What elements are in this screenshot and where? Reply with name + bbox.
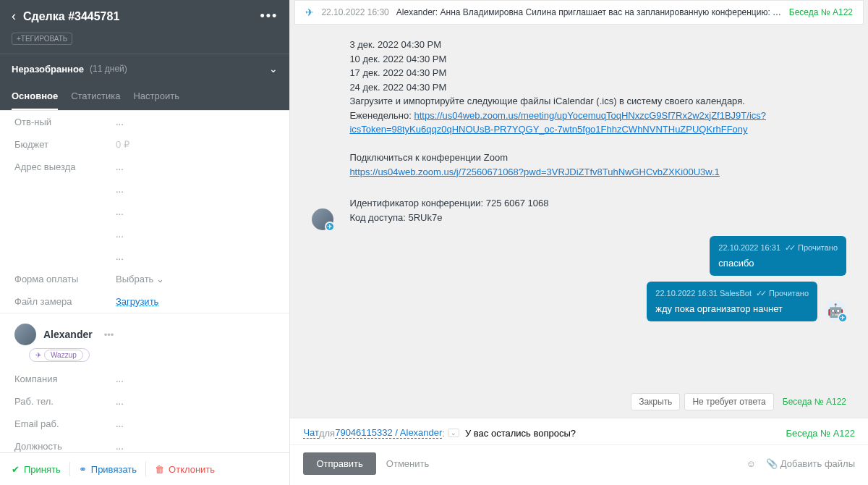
cancel-button[interactable]: Отменить [386, 458, 429, 469]
field-value[interactable]: ... [116, 229, 124, 240]
field-label: Компания [14, 374, 116, 384]
field-label: Бюджет [14, 139, 116, 150]
reject-button[interactable]: 🗑Отклонить [155, 464, 215, 475]
attach-button[interactable]: 📎Добавить файлы [766, 458, 855, 469]
link-button[interactable]: ⚭Привязать [79, 464, 137, 475]
sender-avatar: ✈ [312, 208, 333, 230]
field-value[interactable]: ... [116, 374, 124, 384]
no-reply-button[interactable]: Не требует ответа [684, 393, 773, 410]
message-in: Идентификатор конференции: 725 6067 1068… [341, 190, 557, 230]
accept-button[interactable]: ✔Принять [12, 464, 61, 475]
more-menu[interactable]: ••• [260, 9, 278, 24]
channel-selector[interactable]: Чат [303, 427, 319, 439]
contact-menu[interactable]: ••• [104, 329, 114, 340]
message-out: 22.10.2022 16:31Прочитано спасибо [710, 236, 846, 276]
field-label: Форма оплаты [14, 274, 116, 284]
conversation-id: Беседа № А122 [789, 7, 853, 17]
message-in: 3 дек. 2022 04:30 PM 10 дек. 2022 04:30 … [341, 32, 833, 185]
message-out: 22.10.2022 16:31 SalesBotПрочитано жду п… [647, 282, 817, 321]
check-circle-icon: ✔ [12, 464, 20, 475]
read-check-icon [756, 287, 765, 300]
bot-avatar: 🤖✈ [825, 300, 846, 321]
field-label: Файл замера [14, 296, 116, 307]
trash-icon: 🗑 [155, 464, 164, 475]
field-value-select[interactable]: Выбрать ⌄ [116, 274, 164, 284]
tab-stats[interactable]: Статистика [71, 83, 120, 110]
conversation-bar[interactable]: ✈ 22.10.2022 16:30 Alexander: Анна Влади… [294, 0, 864, 25]
tab-setup[interactable]: Настроить [133, 83, 179, 110]
tab-main[interactable]: Основное [12, 83, 58, 110]
link-icon: ⚭ [79, 464, 87, 475]
chevron-down-icon: ⌄ [269, 63, 278, 75]
close-chat-button[interactable]: Закрыть [631, 393, 680, 410]
deal-title: Сделка #3445781 [23, 10, 252, 23]
field-label: Адрес выезда [14, 161, 116, 172]
zoom-join-link[interactable]: https://us04web.zoom.us/j/72560671068?pw… [349, 166, 719, 177]
conv-summary: Alexander: Анна Владимировна Силина приг… [396, 7, 782, 17]
send-button[interactable]: Отправить [303, 452, 375, 475]
recipient-dropdown[interactable]: ⌄ [448, 429, 459, 437]
field-value[interactable]: ... [116, 251, 124, 262]
integration-badge: ✈ Wazzup [29, 348, 90, 362]
read-check-icon [785, 242, 793, 254]
upload-link[interactable]: Загрузить [116, 296, 158, 307]
contact-avatar [14, 324, 36, 345]
field-value[interactable]: ... [116, 161, 124, 172]
composer-for-label: для [319, 428, 335, 439]
tag-button[interactable]: +ТЕГИРОВАТЬ [12, 33, 72, 45]
message-input[interactable] [465, 428, 786, 439]
field-value[interactable]: ... [116, 441, 124, 452]
stage-days: (11 дней) [90, 64, 127, 74]
conversation-id: Беседа № А122 [783, 397, 846, 407]
field-label: Отв-ный [14, 117, 116, 127]
separator [145, 462, 146, 476]
separator [69, 462, 70, 476]
field-value[interactable]: ... [116, 117, 124, 127]
field-value[interactable]: ... [116, 184, 124, 195]
paperclip-icon: 📎 [766, 458, 778, 469]
field-value[interactable]: ... [116, 396, 124, 407]
conversation-id: Беседа № А122 [786, 428, 855, 439]
back-button[interactable]: ‹ [12, 9, 16, 24]
telegram-icon: ✈ [838, 313, 848, 323]
contact-name[interactable]: Alexander [43, 329, 93, 340]
telegram-icon: ✈ [325, 222, 335, 232]
field-label: Должность [14, 441, 116, 452]
stage-selector[interactable]: Неразобранное (11 дней) ⌄ [0, 54, 289, 83]
field-value[interactable]: ... [116, 206, 124, 217]
chevron-down-icon: ⌄ [156, 274, 164, 284]
field-label: Email раб. [14, 418, 116, 429]
field-value[interactable]: ... [116, 418, 124, 429]
recipient-selector[interactable]: 79046115332 / Alexander [335, 427, 442, 439]
stage-name: Неразобранное [12, 64, 84, 75]
telegram-icon: ✈ [305, 7, 314, 18]
field-value[interactable]: 0 ₽ [116, 139, 129, 150]
conv-timestamp: 22.10.2022 16:30 [321, 7, 388, 17]
emoji-button[interactable]: ☺ [746, 458, 756, 469]
field-label: Раб. тел. [14, 396, 116, 407]
